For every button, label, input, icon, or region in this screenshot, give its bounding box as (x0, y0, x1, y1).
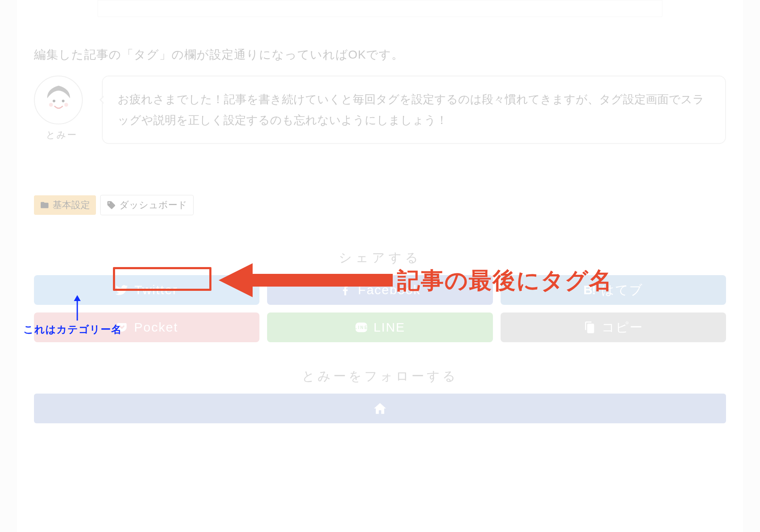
svg-point-1 (53, 99, 55, 102)
share-copy-label: コピー (602, 319, 643, 336)
follow-home-button[interactable] (34, 394, 726, 423)
share-twitter-button[interactable]: Twitter (34, 275, 259, 305)
share-pocket-button[interactable]: Pocket (34, 312, 259, 342)
avatar-face-icon (39, 81, 78, 119)
tag-icon (107, 200, 116, 210)
twitter-icon (115, 284, 128, 296)
author-speech-block: とみー お疲れさまでした！記事を書き続けていくと毎回タグを設定するのは段々慣れて… (34, 76, 726, 144)
author-avatar (34, 76, 83, 124)
svg-point-4 (64, 103, 68, 107)
share-facebook-label: Facebook (358, 283, 421, 297)
follow-heading: とみーをフォローする (34, 368, 726, 385)
home-icon (373, 401, 387, 416)
share-pocket-label: Pocket (134, 320, 178, 335)
share-buttons: Twitter Facebook B! はてブ Pocket (34, 275, 726, 342)
tag-badge[interactable]: ダッシュボード (100, 195, 194, 215)
share-line-label: LINE (374, 320, 405, 335)
speech-bubble: お疲れさまでした！記事を書き続けていくと毎回タグを設定するのは段々慣れてきますが… (102, 76, 726, 144)
line-icon: LINE (355, 321, 368, 334)
facebook-icon (339, 284, 352, 296)
copy-icon (583, 321, 596, 334)
author-name: とみー (34, 129, 89, 141)
placeholder-box (98, 0, 662, 17)
category-badge[interactable]: 基本設定 (34, 195, 96, 215)
lead-paragraph: 編集した記事の「タグ」の欄が設定通りになっていればOKです。 (34, 38, 726, 76)
svg-text:LINE: LINE (355, 325, 368, 330)
pocket-icon (115, 321, 128, 334)
share-heading: シェアする (34, 249, 726, 267)
svg-point-3 (49, 103, 53, 107)
article-content: 編集した記事の「タグ」の欄が設定通りになっていればOKです。 とみー (17, 0, 743, 532)
folder-icon (40, 200, 49, 210)
category-badge-label: 基本設定 (53, 199, 90, 211)
share-copy-button[interactable]: コピー (501, 312, 726, 342)
hatena-icon: B! (583, 283, 595, 297)
svg-point-2 (62, 99, 64, 102)
share-twitter-label: Twitter (134, 283, 177, 297)
share-hatena-button[interactable]: B! はてブ (501, 275, 726, 305)
share-line-button[interactable]: LINE LINE (267, 312, 493, 342)
taxonomy-badges: 基本設定 ダッシュボード (34, 195, 726, 215)
share-hatena-label: はてブ (601, 281, 643, 299)
share-facebook-button[interactable]: Facebook (267, 275, 493, 305)
tag-badge-label: ダッシュボード (119, 199, 187, 211)
